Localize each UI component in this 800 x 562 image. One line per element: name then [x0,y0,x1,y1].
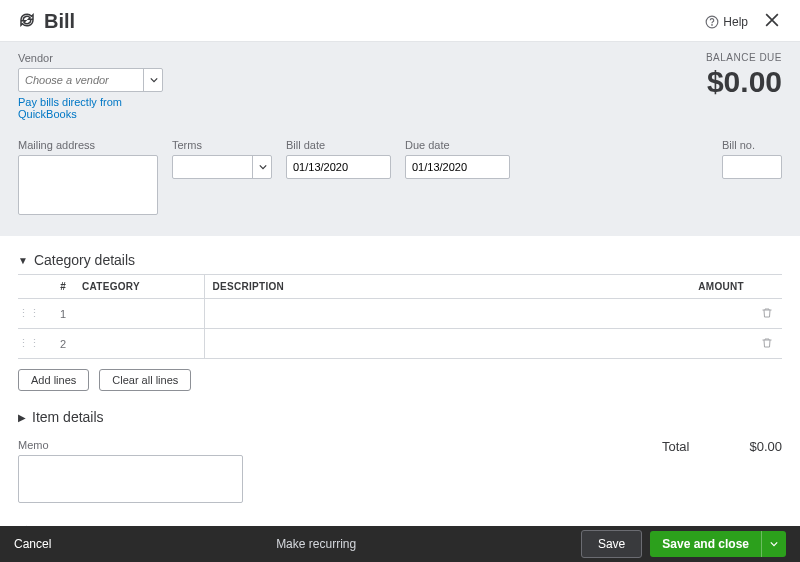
chevron-down-icon [770,540,778,548]
page-title: Bill [44,10,705,33]
row-amount[interactable] [682,299,752,329]
grip-icon[interactable]: ⋮⋮ [18,329,40,359]
item-details-title: Item details [32,409,104,425]
footer-bar: Cancel Make recurring Save Save and clos… [0,526,800,562]
table-row[interactable]: ⋮⋮1 [18,299,782,329]
due-date-input[interactable] [405,155,510,179]
balance-due: BALANCE DUE $0.00 [706,52,782,99]
save-and-close-dropdown[interactable] [761,531,786,557]
mailing-label: Mailing address [18,139,158,151]
category-table: # CATEGORY DESCRIPTION AMOUNT ⋮⋮1⋮⋮2 [18,274,782,359]
vendor-select[interactable] [18,68,163,92]
terms-select[interactable] [172,155,272,179]
save-button[interactable]: Save [581,530,642,558]
row-category[interactable] [74,329,204,359]
vendor-input[interactable] [18,68,163,92]
svg-point-1 [712,24,713,25]
col-category: CATEGORY [74,275,204,299]
close-button[interactable] [762,10,782,33]
bill-no-input[interactable] [722,155,782,179]
row-num: 1 [40,299,74,329]
bill-date-label: Bill date [286,139,391,151]
upper-panel: Vendor Pay bills directly from QuickBook… [0,42,800,236]
terms-label: Terms [172,139,272,151]
vendor-label: Vendor [18,52,163,64]
add-lines-button[interactable]: Add lines [18,369,89,391]
due-date-label: Due date [405,139,510,151]
table-row[interactable]: ⋮⋮2 [18,329,782,359]
save-and-close-button[interactable]: Save and close [650,531,761,557]
help-icon [705,15,719,29]
row-amount[interactable] [682,329,752,359]
header-bar: Bill Help [0,0,800,42]
trash-icon [761,306,773,320]
row-description[interactable] [204,299,682,329]
row-category[interactable] [74,299,204,329]
total-label: Total [662,439,689,454]
make-recurring-button[interactable]: Make recurring [51,537,581,551]
col-num: # [40,275,74,299]
trash-icon [761,336,773,350]
help-link[interactable]: Help [705,15,748,29]
col-description: DESCRIPTION [204,275,682,299]
total-value: $0.00 [749,439,782,454]
row-num: 2 [40,329,74,359]
triangle-down-icon: ▼ [18,255,28,266]
memo-input[interactable] [18,455,243,503]
chevron-down-icon[interactable] [143,68,163,92]
delete-row-button[interactable] [752,329,782,359]
pay-bills-link[interactable]: Pay bills directly from QuickBooks [18,96,163,120]
delete-row-button[interactable] [752,299,782,329]
cancel-button[interactable]: Cancel [14,537,51,551]
grip-icon[interactable]: ⋮⋮ [18,299,40,329]
cycle-icon [18,11,36,32]
bill-date-input[interactable] [286,155,391,179]
category-details-toggle[interactable]: ▼ Category details [18,252,782,268]
balance-label: BALANCE DUE [706,52,782,63]
col-amount: AMOUNT [682,275,752,299]
row-description[interactable] [204,329,682,359]
triangle-right-icon: ▶ [18,412,26,423]
help-label: Help [723,15,748,29]
memo-label: Memo [18,439,243,451]
clear-lines-button[interactable]: Clear all lines [99,369,191,391]
mailing-address-input[interactable] [18,155,158,215]
chevron-down-icon[interactable] [252,155,272,179]
category-details-title: Category details [34,252,135,268]
item-details-toggle[interactable]: ▶ Item details [18,409,782,425]
balance-amount: $0.00 [706,65,782,99]
bill-no-label: Bill no. [722,139,782,151]
